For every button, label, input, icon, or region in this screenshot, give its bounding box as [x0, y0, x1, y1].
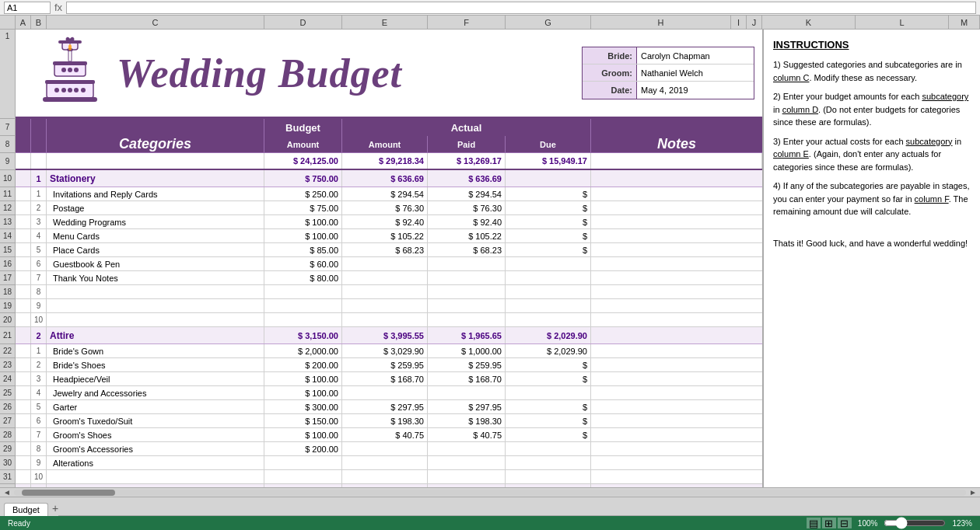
add-sheet-button[interactable]: +: [52, 502, 58, 514]
cell-23g[interactable]: $: [506, 358, 591, 371]
cell-30g[interactable]: [506, 456, 591, 469]
cell-24g[interactable]: $: [506, 372, 591, 385]
cell-25g[interactable]: [506, 386, 591, 399]
cell-17g[interactable]: [506, 271, 591, 284]
cell-29g[interactable]: [506, 442, 591, 455]
cell-29e[interactable]: [342, 442, 428, 455]
cell-15d[interactable]: $ 85.00: [264, 243, 342, 256]
cell-12g[interactable]: $: [506, 201, 591, 214]
cell-17d[interactable]: $ 80.00: [264, 271, 342, 284]
cell-11d[interactable]: $ 250.00: [264, 187, 342, 200]
cell-14c[interactable]: Menu Cards: [47, 229, 264, 242]
cell-22c[interactable]: Bride's Gown: [47, 344, 264, 357]
cell-25c[interactable]: Jewelry and Accessories: [47, 386, 264, 399]
cell-31g[interactable]: [506, 470, 591, 483]
scroll-right-arrow[interactable]: ►: [966, 488, 980, 497]
cell-27g[interactable]: $: [506, 414, 591, 427]
cell-29d[interactable]: $ 200.00: [264, 442, 342, 455]
cell-20c[interactable]: [47, 313, 264, 326]
groom-value[interactable]: Nathaniel Welch: [637, 65, 754, 81]
cell-14g[interactable]: $: [506, 229, 591, 242]
cell-23f[interactable]: $ 259.95: [428, 358, 506, 371]
cell-27c[interactable]: Groom's Tuxedo/Suit: [47, 414, 264, 427]
cell-16g[interactable]: [506, 257, 591, 270]
cell-11f[interactable]: $ 294.54: [428, 187, 506, 200]
cell-19d[interactable]: [264, 299, 342, 312]
cell-19g[interactable]: [506, 299, 591, 312]
col-header-g[interactable]: G: [506, 16, 591, 29]
cell-26g[interactable]: $: [506, 400, 591, 413]
cell-23d[interactable]: $ 200.00: [264, 358, 342, 371]
page-layout-button[interactable]: ⊞: [822, 518, 836, 528]
cell-31f[interactable]: [428, 470, 506, 483]
col-header-e[interactable]: E: [342, 16, 428, 29]
cell-19c[interactable]: [47, 299, 264, 312]
cell-25f[interactable]: [428, 386, 506, 399]
cell-20f[interactable]: [428, 313, 506, 326]
cell-13d[interactable]: $ 100.00: [264, 215, 342, 228]
bride-value[interactable]: Carolyn Chapman: [637, 47, 754, 64]
cell-30e[interactable]: [342, 456, 428, 469]
cell-31d[interactable]: [264, 470, 342, 483]
cell-18c[interactable]: [47, 285, 264, 298]
col-header-l[interactable]: L: [856, 16, 949, 29]
cell-17c[interactable]: Thank You Notes: [47, 271, 264, 284]
cell-22f[interactable]: $ 1,000.00: [428, 344, 506, 357]
cell-26e[interactable]: $ 297.95: [342, 400, 428, 413]
cell-12d[interactable]: $ 75.00: [264, 201, 342, 214]
cell-13f[interactable]: $ 92.40: [428, 215, 506, 228]
col-header-m[interactable]: M: [949, 16, 980, 29]
sheet-tab-budget[interactable]: Budget: [4, 503, 48, 516]
cell-29f[interactable]: [428, 442, 506, 455]
cell-25d[interactable]: $ 100.00: [264, 386, 342, 399]
cell-28d[interactable]: $ 100.00: [264, 428, 342, 441]
zoom-slider[interactable]: [884, 519, 946, 527]
cell-13c[interactable]: Wedding Programs: [47, 215, 264, 228]
col-header-d[interactable]: D: [264, 16, 342, 29]
cell-16d[interactable]: $ 60.00: [264, 257, 342, 270]
cell-31c[interactable]: [47, 470, 264, 483]
cell-15c[interactable]: Place Cards: [47, 243, 264, 256]
cell-28e[interactable]: $ 40.75: [342, 428, 428, 441]
cell-13g[interactable]: $: [506, 215, 591, 228]
cell-12c[interactable]: Postage: [47, 201, 264, 214]
cell-11g[interactable]: $: [506, 187, 591, 200]
col-header-c[interactable]: C: [47, 16, 264, 29]
scroll-thumb[interactable]: [22, 490, 115, 496]
cell-24e[interactable]: $ 168.70: [342, 372, 428, 385]
cell-14d[interactable]: $ 100.00: [264, 229, 342, 242]
cell-24d[interactable]: $ 100.00: [264, 372, 342, 385]
cell-17e[interactable]: [342, 271, 428, 284]
cell-28c[interactable]: Groom's Shoes: [47, 428, 264, 441]
cell-15f[interactable]: $ 68.23: [428, 243, 506, 256]
cell-30f[interactable]: [428, 456, 506, 469]
cell-26d[interactable]: $ 300.00: [264, 400, 342, 413]
cell-31e[interactable]: [342, 470, 428, 483]
cell-11c[interactable]: Invitations and Reply Cards: [47, 187, 264, 200]
cell-20e[interactable]: [342, 313, 428, 326]
date-value[interactable]: May 4, 2019: [637, 82, 754, 99]
cell-name-box[interactable]: [4, 2, 51, 14]
cell-19e[interactable]: [342, 299, 428, 312]
cell-20d[interactable]: [264, 313, 342, 326]
cell-18g[interactable]: [506, 285, 591, 298]
cell-23e[interactable]: $ 259.95: [342, 358, 428, 371]
cell-26f[interactable]: $ 297.95: [428, 400, 506, 413]
cell-18f[interactable]: [428, 285, 506, 298]
cell-15g[interactable]: $: [506, 243, 591, 256]
cell-12f[interactable]: $ 76.30: [428, 201, 506, 214]
normal-view-button[interactable]: ▤: [807, 518, 821, 528]
horizontal-scrollbar[interactable]: ◄ ►: [0, 487, 980, 497]
col-header-b[interactable]: B: [31, 16, 47, 29]
cell-13e[interactable]: $ 92.40: [342, 215, 428, 228]
col-header-h[interactable]: H: [591, 16, 731, 29]
cell-22d[interactable]: $ 2,000.00: [264, 344, 342, 357]
cell-22g[interactable]: $ 2,029.90: [506, 344, 591, 357]
cell-18d[interactable]: [264, 285, 342, 298]
formula-input[interactable]: [66, 2, 976, 14]
cell-16c[interactable]: Guestbook & Pen: [47, 257, 264, 270]
cell-29c[interactable]: Groom's Accessories: [47, 442, 264, 455]
col-header-i[interactable]: I: [731, 16, 747, 29]
cell-27d[interactable]: $ 150.00: [264, 414, 342, 427]
cell-11e[interactable]: $ 294.54: [342, 187, 428, 200]
